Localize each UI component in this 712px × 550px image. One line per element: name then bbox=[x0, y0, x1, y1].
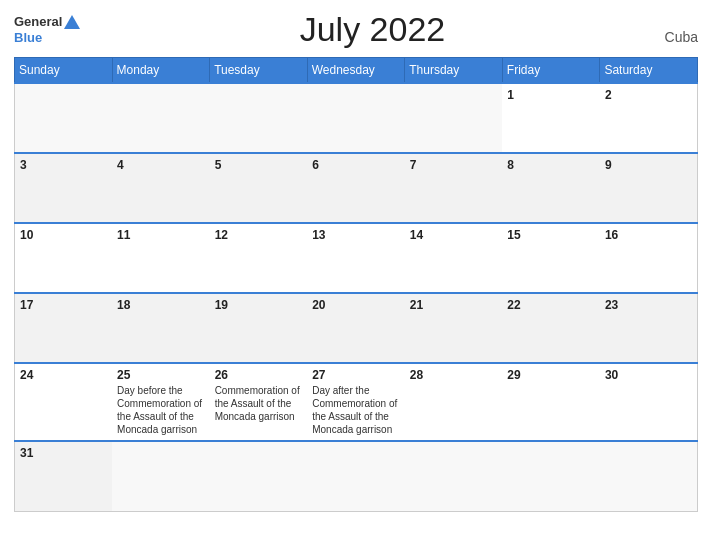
day-number: 24 bbox=[20, 368, 107, 382]
col-friday: Friday bbox=[502, 58, 600, 84]
day-cell bbox=[210, 441, 308, 511]
day-cell: 9 bbox=[600, 153, 698, 223]
day-cell bbox=[502, 441, 600, 511]
week-row-2: 10111213141516 bbox=[15, 223, 698, 293]
day-number: 15 bbox=[507, 228, 595, 242]
logo-blue-text: Blue bbox=[14, 30, 42, 46]
day-cell: 30 bbox=[600, 363, 698, 441]
day-cell: 26Commemoration of the Assault of the Mo… bbox=[210, 363, 308, 441]
day-cell bbox=[405, 441, 503, 511]
day-number: 26 bbox=[215, 368, 303, 382]
holiday-text: Day before the Commemoration of the Assa… bbox=[117, 385, 202, 435]
logo-general-text: General bbox=[14, 14, 62, 30]
day-cell: 31 bbox=[15, 441, 113, 511]
day-number: 11 bbox=[117, 228, 205, 242]
day-number: 22 bbox=[507, 298, 595, 312]
day-cell bbox=[405, 83, 503, 153]
day-number: 12 bbox=[215, 228, 303, 242]
day-cell: 3 bbox=[15, 153, 113, 223]
day-number: 1 bbox=[507, 88, 595, 102]
day-cell: 18 bbox=[112, 293, 210, 363]
day-cell: 15 bbox=[502, 223, 600, 293]
calendar-title: July 2022 bbox=[80, 10, 664, 49]
day-cell bbox=[600, 441, 698, 511]
col-sunday: Sunday bbox=[15, 58, 113, 84]
day-cell: 23 bbox=[600, 293, 698, 363]
day-number: 25 bbox=[117, 368, 205, 382]
day-cell bbox=[210, 83, 308, 153]
logo-triangle-icon bbox=[64, 15, 80, 29]
day-cell: 19 bbox=[210, 293, 308, 363]
col-wednesday: Wednesday bbox=[307, 58, 405, 84]
day-number: 6 bbox=[312, 158, 400, 172]
holiday-text: Commemoration of the Assault of the Monc… bbox=[215, 385, 300, 422]
day-number: 17 bbox=[20, 298, 107, 312]
day-cell: 8 bbox=[502, 153, 600, 223]
calendar-header: General Blue July 2022 Cuba bbox=[14, 10, 698, 49]
calendar-container: General Blue July 2022 Cuba Sunday Monda… bbox=[0, 0, 712, 526]
day-cell bbox=[307, 83, 405, 153]
day-cell: 21 bbox=[405, 293, 503, 363]
day-number: 8 bbox=[507, 158, 595, 172]
day-cell bbox=[15, 83, 113, 153]
week-row-0: 12 bbox=[15, 83, 698, 153]
day-cell: 14 bbox=[405, 223, 503, 293]
day-number: 30 bbox=[605, 368, 692, 382]
day-cell: 11 bbox=[112, 223, 210, 293]
logo: General Blue bbox=[14, 14, 80, 45]
calendar-grid: Sunday Monday Tuesday Wednesday Thursday… bbox=[14, 57, 698, 512]
week-row-5: 31 bbox=[15, 441, 698, 511]
day-number: 9 bbox=[605, 158, 692, 172]
day-number: 10 bbox=[20, 228, 107, 242]
week-row-3: 17181920212223 bbox=[15, 293, 698, 363]
day-cell: 1 bbox=[502, 83, 600, 153]
country-label: Cuba bbox=[665, 29, 698, 49]
day-cell bbox=[112, 83, 210, 153]
day-cell: 17 bbox=[15, 293, 113, 363]
day-cell: 20 bbox=[307, 293, 405, 363]
day-number: 23 bbox=[605, 298, 692, 312]
day-number: 2 bbox=[605, 88, 692, 102]
day-cell: 29 bbox=[502, 363, 600, 441]
day-cell: 13 bbox=[307, 223, 405, 293]
day-cell: 10 bbox=[15, 223, 113, 293]
day-cell: 12 bbox=[210, 223, 308, 293]
day-cell: 28 bbox=[405, 363, 503, 441]
day-cell bbox=[307, 441, 405, 511]
col-saturday: Saturday bbox=[600, 58, 698, 84]
day-number: 7 bbox=[410, 158, 498, 172]
day-number: 20 bbox=[312, 298, 400, 312]
day-number: 4 bbox=[117, 158, 205, 172]
day-number: 19 bbox=[215, 298, 303, 312]
day-cell: 2 bbox=[600, 83, 698, 153]
day-cell: 22 bbox=[502, 293, 600, 363]
day-cell bbox=[112, 441, 210, 511]
days-of-week-row: Sunday Monday Tuesday Wednesday Thursday… bbox=[15, 58, 698, 84]
day-number: 3 bbox=[20, 158, 107, 172]
day-number: 21 bbox=[410, 298, 498, 312]
col-tuesday: Tuesday bbox=[210, 58, 308, 84]
week-row-1: 3456789 bbox=[15, 153, 698, 223]
day-number: 16 bbox=[605, 228, 692, 242]
day-cell: 7 bbox=[405, 153, 503, 223]
day-cell: 6 bbox=[307, 153, 405, 223]
day-cell: 24 bbox=[15, 363, 113, 441]
day-number: 27 bbox=[312, 368, 400, 382]
holiday-text: Day after the Commemoration of the Assau… bbox=[312, 385, 397, 435]
col-thursday: Thursday bbox=[405, 58, 503, 84]
day-number: 5 bbox=[215, 158, 303, 172]
day-number: 18 bbox=[117, 298, 205, 312]
day-number: 28 bbox=[410, 368, 498, 382]
day-cell: 27Day after the Commemoration of the Ass… bbox=[307, 363, 405, 441]
day-cell: 25Day before the Commemoration of the As… bbox=[112, 363, 210, 441]
day-number: 14 bbox=[410, 228, 498, 242]
day-number: 13 bbox=[312, 228, 400, 242]
day-cell: 5 bbox=[210, 153, 308, 223]
day-number: 29 bbox=[507, 368, 595, 382]
day-cell: 4 bbox=[112, 153, 210, 223]
day-number: 31 bbox=[20, 446, 107, 460]
week-row-4: 2425Day before the Commemoration of the … bbox=[15, 363, 698, 441]
day-cell: 16 bbox=[600, 223, 698, 293]
col-monday: Monday bbox=[112, 58, 210, 84]
